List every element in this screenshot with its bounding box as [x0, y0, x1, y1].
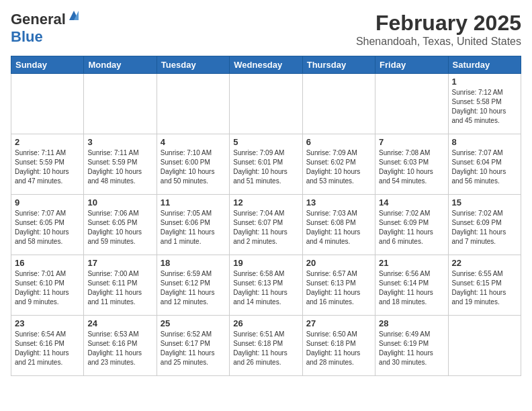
day-number: 26 [233, 318, 298, 328]
day-number: 10 [87, 197, 152, 208]
day-info: Sunrise: 7:03 AM Sunset: 6:08 PM Dayligh… [306, 209, 371, 246]
day-number: 19 [233, 258, 298, 268]
day-of-week-header: Sunday [11, 56, 84, 74]
calendar-cell [11, 74, 84, 134]
day-info: Sunrise: 6:54 AM Sunset: 6:16 PM Dayligh… [15, 330, 80, 367]
day-info: Sunrise: 6:56 AM Sunset: 6:14 PM Dayligh… [379, 269, 444, 307]
day-number: 2 [15, 137, 80, 147]
calendar-cell: 2Sunrise: 7:11 AM Sunset: 5:59 PM Daylig… [11, 134, 84, 195]
calendar-cell: 25Sunrise: 6:52 AM Sunset: 6:17 PM Dayli… [157, 316, 229, 376]
calendar-cell: 15Sunrise: 7:02 AM Sunset: 6:09 PM Dayli… [448, 195, 521, 255]
day-of-week-header: Saturday [448, 56, 521, 74]
day-number: 3 [87, 137, 152, 147]
calendar-cell: 8Sunrise: 7:07 AM Sunset: 6:04 PM Daylig… [448, 134, 521, 195]
logo-blue-text: Blue [11, 28, 43, 46]
calendar-week-row: 1Sunrise: 7:12 AM Sunset: 5:58 PM Daylig… [11, 74, 521, 134]
day-of-week-header: Monday [84, 56, 157, 74]
calendar-cell: 20Sunrise: 6:57 AM Sunset: 6:13 PM Dayli… [302, 255, 375, 316]
day-info: Sunrise: 7:09 AM Sunset: 6:01 PM Dayligh… [233, 148, 298, 186]
day-number: 18 [161, 258, 226, 268]
calendar-cell: 7Sunrise: 7:08 AM Sunset: 6:03 PM Daylig… [375, 134, 448, 195]
day-number: 5 [233, 137, 298, 147]
day-number: 13 [306, 197, 371, 208]
day-info: Sunrise: 7:02 AM Sunset: 6:09 PM Dayligh… [452, 209, 517, 246]
calendar-cell: 12Sunrise: 7:04 AM Sunset: 6:07 PM Dayli… [230, 195, 302, 255]
page-header: General Blue February 2025 Shenandoah, T… [11, 11, 521, 48]
day-number: 8 [452, 137, 517, 147]
day-number: 14 [379, 197, 444, 208]
calendar-cell: 9Sunrise: 7:07 AM Sunset: 6:05 PM Daylig… [11, 195, 84, 255]
calendar-cell: 13Sunrise: 7:03 AM Sunset: 6:08 PM Dayli… [302, 195, 375, 255]
day-info: Sunrise: 6:51 AM Sunset: 6:18 PM Dayligh… [233, 330, 298, 367]
day-info: Sunrise: 7:10 AM Sunset: 6:00 PM Dayligh… [161, 148, 226, 186]
day-number: 25 [161, 318, 226, 328]
day-info: Sunrise: 6:55 AM Sunset: 6:15 PM Dayligh… [452, 269, 517, 307]
calendar-cell: 27Sunrise: 6:50 AM Sunset: 6:18 PM Dayli… [302, 316, 375, 376]
day-number: 4 [161, 137, 226, 147]
calendar-cell: 6Sunrise: 7:09 AM Sunset: 6:02 PM Daylig… [302, 134, 375, 195]
day-of-week-header: Tuesday [157, 56, 229, 74]
logo: General Blue [11, 11, 80, 46]
calendar-cell: 16Sunrise: 7:01 AM Sunset: 6:10 PM Dayli… [11, 255, 84, 316]
calendar-header-row: SundayMondayTuesdayWednesdayThursdayFrid… [11, 56, 521, 74]
day-number: 7 [379, 137, 444, 147]
day-info: Sunrise: 6:49 AM Sunset: 6:19 PM Dayligh… [379, 330, 444, 367]
day-number: 22 [452, 258, 517, 268]
calendar-cell: 5Sunrise: 7:09 AM Sunset: 6:01 PM Daylig… [230, 134, 302, 195]
calendar-cell: 11Sunrise: 7:05 AM Sunset: 6:06 PM Dayli… [157, 195, 229, 255]
day-info: Sunrise: 7:07 AM Sunset: 6:04 PM Dayligh… [452, 148, 517, 186]
day-number: 16 [15, 258, 80, 268]
day-info: Sunrise: 7:07 AM Sunset: 6:05 PM Dayligh… [15, 209, 80, 246]
calendar-cell: 26Sunrise: 6:51 AM Sunset: 6:18 PM Dayli… [230, 316, 302, 376]
day-info: Sunrise: 7:05 AM Sunset: 6:06 PM Dayligh… [161, 209, 226, 246]
day-number: 1 [452, 77, 517, 87]
title-section: February 2025 Shenandoah, Texas, United … [356, 11, 521, 48]
subtitle: Shenandoah, Texas, United States [356, 36, 521, 48]
calendar-cell [157, 74, 229, 134]
calendar-cell [84, 74, 157, 134]
day-info: Sunrise: 7:12 AM Sunset: 5:58 PM Dayligh… [452, 88, 517, 126]
calendar-cell: 19Sunrise: 6:58 AM Sunset: 6:13 PM Dayli… [230, 255, 302, 316]
day-info: Sunrise: 7:02 AM Sunset: 6:09 PM Dayligh… [379, 209, 444, 246]
day-info: Sunrise: 6:50 AM Sunset: 6:18 PM Dayligh… [306, 330, 371, 367]
day-info: Sunrise: 7:01 AM Sunset: 6:10 PM Dayligh… [15, 269, 80, 307]
calendar-cell: 18Sunrise: 6:59 AM Sunset: 6:12 PM Dayli… [157, 255, 229, 316]
calendar-cell: 10Sunrise: 7:06 AM Sunset: 6:05 PM Dayli… [84, 195, 157, 255]
day-number: 21 [379, 258, 444, 268]
calendar-cell: 17Sunrise: 7:00 AM Sunset: 6:11 PM Dayli… [84, 255, 157, 316]
day-number: 27 [306, 318, 371, 328]
calendar-week-row: 2Sunrise: 7:11 AM Sunset: 5:59 PM Daylig… [11, 134, 521, 195]
calendar-cell [230, 74, 302, 134]
day-number: 20 [306, 258, 371, 268]
calendar-cell [448, 316, 521, 376]
day-info: Sunrise: 7:11 AM Sunset: 5:59 PM Dayligh… [15, 148, 80, 186]
calendar-cell: 21Sunrise: 6:56 AM Sunset: 6:14 PM Dayli… [375, 255, 448, 316]
calendar-cell: 28Sunrise: 6:49 AM Sunset: 6:19 PM Dayli… [375, 316, 448, 376]
calendar-cell: 22Sunrise: 6:55 AM Sunset: 6:15 PM Dayli… [448, 255, 521, 316]
calendar-cell [302, 74, 375, 134]
day-info: Sunrise: 6:59 AM Sunset: 6:12 PM Dayligh… [161, 269, 226, 307]
day-info: Sunrise: 7:06 AM Sunset: 6:05 PM Dayligh… [87, 209, 152, 246]
day-number: 11 [161, 197, 226, 208]
day-number: 9 [15, 197, 80, 208]
day-info: Sunrise: 6:52 AM Sunset: 6:17 PM Dayligh… [161, 330, 226, 367]
day-number: 12 [233, 197, 298, 208]
main-title: February 2025 [356, 11, 521, 36]
day-number: 23 [15, 318, 80, 328]
calendar-cell: 23Sunrise: 6:54 AM Sunset: 6:16 PM Dayli… [11, 316, 84, 376]
day-of-week-header: Wednesday [230, 56, 302, 74]
day-info: Sunrise: 7:11 AM Sunset: 5:59 PM Dayligh… [87, 148, 152, 186]
calendar-cell: 3Sunrise: 7:11 AM Sunset: 5:59 PM Daylig… [84, 134, 157, 195]
day-info: Sunrise: 7:04 AM Sunset: 6:07 PM Dayligh… [233, 209, 298, 246]
logo-general-text: General [11, 11, 66, 28]
day-number: 15 [452, 197, 517, 208]
calendar-cell: 4Sunrise: 7:10 AM Sunset: 6:00 PM Daylig… [157, 134, 229, 195]
day-number: 6 [306, 137, 371, 147]
day-of-week-header: Thursday [302, 56, 375, 74]
day-info: Sunrise: 7:00 AM Sunset: 6:11 PM Dayligh… [87, 269, 152, 307]
logo-icon [68, 9, 80, 21]
calendar-week-row: 16Sunrise: 7:01 AM Sunset: 6:10 PM Dayli… [11, 255, 521, 316]
calendar-cell [375, 74, 448, 134]
day-info: Sunrise: 6:58 AM Sunset: 6:13 PM Dayligh… [233, 269, 298, 307]
calendar-table: SundayMondayTuesdayWednesdayThursdayFrid… [11, 56, 521, 376]
